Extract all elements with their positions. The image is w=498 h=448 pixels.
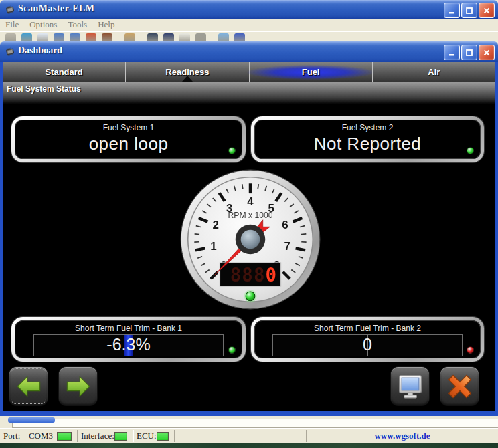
client-inner-panel <box>12 419 498 428</box>
menu-tools[interactable]: Tools <box>62 19 92 30</box>
dashboard-maximize-button[interactable] <box>461 45 477 60</box>
prev-button[interactable] <box>9 367 48 405</box>
arrow-right-icon <box>65 373 92 400</box>
svg-text:1: 1 <box>210 240 216 253</box>
tab-label: Fuel <box>302 67 320 77</box>
chip-icon <box>5 4 15 17</box>
progress-fragment <box>8 417 55 423</box>
main-toolbar <box>0 31 498 42</box>
status-segment-ecu: ECU: <box>133 430 174 442</box>
exit-button[interactable] <box>440 367 479 405</box>
status-label: ECU: <box>133 431 157 441</box>
status-bar: Port:COM3Interface:ECU:www.wgsoft.de <box>0 428 498 443</box>
monitor-icon <box>396 372 424 401</box>
svg-text:2: 2 <box>212 219 218 231</box>
panel-fuel-system-2: Fuel System 2Not Reported <box>251 116 484 162</box>
connection-indicator <box>114 432 127 441</box>
maximize-button[interactable] <box>461 3 477 18</box>
section-header: Fuel System Status <box>3 82 495 104</box>
x-mark-icon <box>446 372 474 401</box>
menu-file[interactable]: File <box>0 19 24 30</box>
panel-inner: Short Term Fuel Trim - Bank 1-6.3% <box>15 320 242 358</box>
panel-label: Fuel System 2 <box>342 123 394 132</box>
main-window-title: ScanMaster-ELM <box>18 3 95 14</box>
panel-label: Short Term Fuel Trim - Bank 1 <box>75 324 182 333</box>
tab-fuel[interactable]: Fuel <box>249 62 372 82</box>
panel-inner: Fuel System 1open loop <box>15 120 242 159</box>
svg-text:7: 7 <box>284 240 290 253</box>
section-header-label: Fuel System Status <box>3 82 495 94</box>
rpm-gauge: 012345678 RPM x 1000 8880 <box>179 169 321 310</box>
status-led <box>467 147 474 154</box>
chip-icon <box>5 46 15 60</box>
display-button[interactable] <box>391 367 429 405</box>
dashboard-window: Dashboard StandardReadinessFuelAir Fuel … <box>0 41 498 416</box>
tab-label: Air <box>428 67 440 77</box>
tab-readiness[interactable]: Readiness <box>125 62 248 82</box>
panel-value: open loop <box>89 134 169 154</box>
panel-inner: Short Term Fuel Trim - Bank 20 <box>254 320 481 358</box>
status-segment-empty <box>175 430 306 442</box>
arrow-left-icon <box>15 373 42 400</box>
tab-standard[interactable]: Standard <box>3 62 125 82</box>
svg-text:8880: 8880 <box>230 264 278 286</box>
panel-inner: Fuel System 2Not Reported <box>254 120 481 159</box>
svg-text:6: 6 <box>282 219 288 231</box>
svg-text:RPM x 1000: RPM x 1000 <box>228 211 272 220</box>
status-value: COM3 <box>29 431 53 441</box>
main-titlebar: ScanMaster-ELM <box>0 0 498 19</box>
tab-label: Standard <box>45 67 82 77</box>
panel-label: Short Term Fuel Trim - Bank 2 <box>314 324 421 333</box>
tab-air[interactable]: Air <box>372 62 495 82</box>
desktop-strip <box>0 443 498 448</box>
dashboard-body: StandardReadinessFuelAir Fuel System Sta… <box>0 62 498 416</box>
dashboard-title: Dashboard <box>18 45 62 56</box>
panel-fuel-system-1: Fuel System 1open loop <box>11 116 246 162</box>
svg-text:4: 4 <box>247 195 254 208</box>
status-led <box>467 346 474 354</box>
panel-value: -6.3% <box>34 335 223 356</box>
status-label: Port: <box>0 431 20 441</box>
panel-label: Fuel System 1 <box>103 123 155 132</box>
dashboard-close-button[interactable] <box>479 45 495 60</box>
trim-bar-graph: -6.3% <box>33 334 224 356</box>
panel-value: 0 <box>273 335 462 356</box>
menu-help[interactable]: Help <box>92 19 120 30</box>
menu-options[interactable]: Options <box>24 19 62 30</box>
status-led <box>228 147 236 154</box>
trim-bar-graph: 0 <box>272 334 463 356</box>
next-button[interactable] <box>59 367 97 405</box>
connection-indicator <box>157 432 169 441</box>
dashboard-minimize-button[interactable] <box>444 45 460 60</box>
client-strip <box>0 416 498 428</box>
tab-bar: StandardReadinessFuelAir <box>3 62 495 82</box>
screen: ScanMaster-ELM FileOptionsToolsHelp Dash… <box>0 0 498 448</box>
tab-label: Readiness <box>165 67 209 77</box>
status-segment-interface: Interface: <box>78 430 133 442</box>
dashboard-titlebar: Dashboard <box>0 41 498 62</box>
connection-indicator <box>57 432 72 441</box>
status-label: Interface: <box>78 431 114 441</box>
status-led <box>228 346 236 354</box>
panel-value: Not Reported <box>314 134 422 154</box>
close-button[interactable] <box>479 3 495 18</box>
panel-short-term-fuel-trim-bank-2: Short Term Fuel Trim - Bank 20 <box>251 317 484 362</box>
dashboard-content: 012345678 RPM x 1000 8880 <box>3 104 495 411</box>
panel-short-term-fuel-trim-bank-1: Short Term Fuel Trim - Bank 1-6.3% <box>11 317 246 362</box>
website-link[interactable]: www.wgsoft.de <box>307 431 498 441</box>
menu-bar: FileOptionsToolsHelp <box>0 19 498 31</box>
status-segment-port: Port:COM3 <box>0 430 77 442</box>
minimize-button[interactable] <box>444 3 460 18</box>
